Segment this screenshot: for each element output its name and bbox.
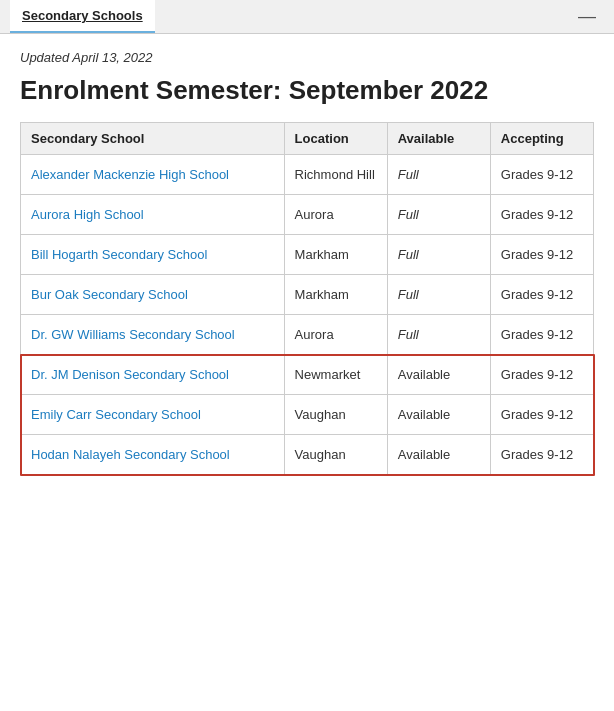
tab-secondary-schools[interactable]: Secondary Schools	[10, 0, 155, 33]
school-link[interactable]: Alexander Mackenzie High School	[31, 167, 229, 182]
table-row: Emily Carr Secondary SchoolVaughanAvaila…	[21, 395, 594, 435]
cell-school[interactable]: Bur Oak Secondary School	[21, 275, 285, 315]
cell-available: Available	[387, 355, 490, 395]
page-wrapper: Secondary Schools — Updated April 13, 20…	[0, 0, 614, 711]
cell-school[interactable]: Alexander Mackenzie High School	[21, 155, 285, 195]
col-header-school: Secondary School	[21, 123, 285, 155]
cell-location: Vaughan	[284, 395, 387, 435]
cell-available: Available	[387, 395, 490, 435]
school-link[interactable]: Dr. JM Denison Secondary School	[31, 367, 229, 382]
cell-accepting: Grades 9-12	[490, 355, 593, 395]
table-container: Secondary School Location Available Acce…	[20, 122, 594, 475]
main-content: Updated April 13, 2022 Enrolment Semeste…	[0, 34, 614, 495]
cell-location: Vaughan	[284, 435, 387, 475]
cell-location: Richmond Hill	[284, 155, 387, 195]
table-row: Bur Oak Secondary SchoolMarkhamFullGrade…	[21, 275, 594, 315]
cell-school[interactable]: Dr. GW Williams Secondary School	[21, 315, 285, 355]
cell-available: Full	[387, 235, 490, 275]
cell-location: Newmarket	[284, 355, 387, 395]
school-link[interactable]: Bill Hogarth Secondary School	[31, 247, 207, 262]
table-row: Aurora High SchoolAuroraFullGrades 9-12	[21, 195, 594, 235]
page-title: Enrolment Semester: September 2022	[20, 75, 594, 106]
cell-available: Full	[387, 195, 490, 235]
cell-location: Markham	[284, 235, 387, 275]
table-row: Alexander Mackenzie High SchoolRichmond …	[21, 155, 594, 195]
cell-available: Available	[387, 435, 490, 475]
cell-available: Full	[387, 275, 490, 315]
cell-accepting: Grades 9-12	[490, 195, 593, 235]
school-link[interactable]: Dr. GW Williams Secondary School	[31, 327, 235, 342]
table-row: Dr. GW Williams Secondary SchoolAuroraFu…	[21, 315, 594, 355]
school-link[interactable]: Aurora High School	[31, 207, 144, 222]
cell-accepting: Grades 9-12	[490, 435, 593, 475]
cell-location: Markham	[284, 275, 387, 315]
collapse-button[interactable]: —	[570, 6, 604, 27]
table-row: Bill Hogarth Secondary SchoolMarkhamFull…	[21, 235, 594, 275]
tab-bar: Secondary Schools —	[0, 0, 614, 34]
cell-school[interactable]: Bill Hogarth Secondary School	[21, 235, 285, 275]
cell-school[interactable]: Aurora High School	[21, 195, 285, 235]
table-header-row: Secondary School Location Available Acce…	[21, 123, 594, 155]
cell-location: Aurora	[284, 315, 387, 355]
cell-accepting: Grades 9-12	[490, 395, 593, 435]
cell-location: Aurora	[284, 195, 387, 235]
cell-accepting: Grades 9-12	[490, 315, 593, 355]
school-link[interactable]: Bur Oak Secondary School	[31, 287, 188, 302]
cell-school[interactable]: Dr. JM Denison Secondary School	[21, 355, 285, 395]
school-link[interactable]: Emily Carr Secondary School	[31, 407, 201, 422]
table-row: Dr. JM Denison Secondary SchoolNewmarket…	[21, 355, 594, 395]
cell-accepting: Grades 9-12	[490, 235, 593, 275]
cell-available: Full	[387, 315, 490, 355]
col-header-location: Location	[284, 123, 387, 155]
school-link[interactable]: Hodan Nalayeh Secondary School	[31, 447, 230, 462]
cell-accepting: Grades 9-12	[490, 275, 593, 315]
cell-school[interactable]: Hodan Nalayeh Secondary School	[21, 435, 285, 475]
cell-accepting: Grades 9-12	[490, 155, 593, 195]
enrolment-table: Secondary School Location Available Acce…	[20, 122, 594, 475]
cell-school[interactable]: Emily Carr Secondary School	[21, 395, 285, 435]
cell-available: Full	[387, 155, 490, 195]
updated-date: Updated April 13, 2022	[20, 50, 594, 65]
col-header-available: Available	[387, 123, 490, 155]
col-header-accepting: Accepting	[490, 123, 593, 155]
table-row: Hodan Nalayeh Secondary SchoolVaughanAva…	[21, 435, 594, 475]
